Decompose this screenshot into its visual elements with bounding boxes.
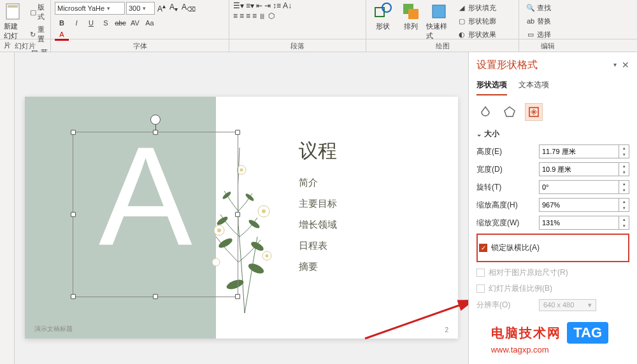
height-input[interactable] xyxy=(539,144,619,158)
lock-ratio-row[interactable]: ✓ 锁定纵横比(A) xyxy=(479,242,627,253)
spacing-button[interactable]: AV xyxy=(128,17,142,29)
clear-format-button[interactable]: A⌫ xyxy=(180,1,197,14)
spinner[interactable]: ▴▾ xyxy=(619,162,629,176)
resize-handle[interactable] xyxy=(71,212,76,217)
watermark: 电脑技术网 TAG www.tagxp.com xyxy=(491,322,608,354)
resize-handle[interactable] xyxy=(235,130,240,135)
bullets-button[interactable]: ☰▾ xyxy=(233,1,244,10)
panel-options-button[interactable]: ▾ xyxy=(613,61,617,68)
font-name-combo[interactable]: Microsoft YaHe▾ xyxy=(55,2,125,15)
size-tab-icon[interactable] xyxy=(525,103,543,121)
align-center-button[interactable]: ≡ xyxy=(240,11,244,20)
relative-pic-checkbox xyxy=(476,269,485,277)
svg-point-8 xyxy=(250,240,265,253)
rotation-label: 旋转(T) xyxy=(476,182,534,193)
arrange-icon xyxy=(401,1,421,22)
shadow-button[interactable]: S xyxy=(99,17,113,29)
decrease-indent-button[interactable]: ⇤ xyxy=(256,1,262,10)
increase-indent-button[interactable]: ⇥ xyxy=(264,1,271,10)
replace-icon: ab xyxy=(526,16,536,26)
resize-handle[interactable] xyxy=(235,294,240,299)
svg-point-16 xyxy=(262,209,266,213)
shape-fill-button[interactable]: ◢形状填充 xyxy=(454,1,499,14)
svg-point-12 xyxy=(245,193,255,202)
thumbnail-pane[interactable] xyxy=(0,52,15,364)
rotate-handle[interactable] xyxy=(150,115,161,125)
spinner[interactable]: ▴▾ xyxy=(619,180,629,194)
tab-text-options[interactable]: 文本选项 xyxy=(519,80,549,95)
slide-number: 2 xyxy=(445,326,448,333)
arrange-button[interactable]: 排列 xyxy=(398,1,424,31)
shape-effect-button[interactable]: ◐形状效果 xyxy=(454,28,499,41)
layout-icon: ▢ xyxy=(29,7,36,17)
spinner[interactable]: ▴▾ xyxy=(619,216,629,230)
text-direction-button[interactable]: A↓ xyxy=(283,1,292,10)
width-input[interactable] xyxy=(539,162,619,176)
resize-handle[interactable] xyxy=(71,130,76,135)
shape-outline-button[interactable]: ▢形状轮廓 xyxy=(454,15,499,27)
resolution-row: 分辨率(O) 640 x 480▾ xyxy=(476,299,629,311)
find-icon: 🔍 xyxy=(526,3,536,13)
outline-icon: ▢ xyxy=(457,16,467,26)
section-label-paragraph: 段落 xyxy=(229,39,366,52)
fill-tab-icon[interactable] xyxy=(476,103,494,121)
agenda-item: 主要目标 xyxy=(299,198,337,210)
layout-button[interactable]: ▢版式 xyxy=(27,1,50,23)
case-button[interactable]: Aa xyxy=(143,17,157,29)
font-size-combo[interactable]: 300▾ xyxy=(126,2,155,15)
resize-handle[interactable] xyxy=(153,294,158,299)
align-left-button[interactable]: ≡ xyxy=(233,11,238,20)
section-label-slides: 幻灯片 xyxy=(0,39,51,52)
panel-close-button[interactable]: ✕ xyxy=(622,60,629,70)
line-spacing-button[interactable]: ↕≡ xyxy=(273,1,281,10)
rotation-input[interactable] xyxy=(539,180,619,194)
letter-a: A xyxy=(99,126,192,266)
svg-rect-1 xyxy=(8,5,18,8)
ribbon-section-labels: 幻灯片 字体 段落 绘图 编辑 xyxy=(0,39,637,52)
agenda-item: 增长领域 xyxy=(299,219,337,231)
scale-w-input[interactable] xyxy=(539,216,619,230)
slide: A 议程 简介 主要目标 增长领域 日程表 摘要 演示文稿标题 2 xyxy=(25,97,458,339)
columns-button[interactable]: ⫼ xyxy=(259,11,266,20)
scale-height-row: 缩放高度(H) ▴▾ xyxy=(476,198,629,212)
select-button[interactable]: ▭选择 xyxy=(523,28,554,41)
resize-handle[interactable] xyxy=(153,130,158,135)
find-button[interactable]: 🔍查找 xyxy=(523,1,554,14)
resize-handle[interactable] xyxy=(235,212,240,217)
spinner[interactable]: ▴▾ xyxy=(619,144,629,158)
section-label-drawing: 绘图 xyxy=(366,39,519,52)
justify-button[interactable]: ≡ xyxy=(252,11,257,20)
lock-ratio-checkbox[interactable]: ✓ xyxy=(479,244,487,252)
quick-style-button[interactable]: 快速样式 xyxy=(426,1,452,41)
decrease-font-button[interactable]: A▾ xyxy=(168,1,179,14)
agenda-item: 简介 xyxy=(299,177,337,189)
spinner[interactable]: ▴▾ xyxy=(619,198,629,212)
tab-shape-options[interactable]: 形状选项 xyxy=(476,80,507,95)
numbering-button[interactable]: ≡▾ xyxy=(246,1,254,10)
italic-button[interactable]: I xyxy=(69,17,83,29)
selected-textbox[interactable]: A xyxy=(73,132,238,297)
shapes-button[interactable]: 形状 xyxy=(370,1,396,31)
svg-point-20 xyxy=(266,255,269,258)
align-right-button[interactable]: ≡ xyxy=(246,11,250,20)
slide-canvas[interactable]: A 议程 简介 主要目标 增长领域 日程表 摘要 演示文稿标题 2 xyxy=(15,52,468,364)
svg-point-14 xyxy=(247,262,266,276)
chevron-down-icon: ▾ xyxy=(143,5,146,11)
best-scale-row: 幻灯片最佳比例(B) xyxy=(476,283,629,294)
width-label: 宽度(D) xyxy=(476,164,534,175)
scale-h-input[interactable] xyxy=(539,198,619,212)
panel-title: 设置形状格式 xyxy=(476,59,629,72)
ribbon-toolbar: 新建 幻灯片 ▢版式 ↻重置 ▤节 Microsoft YaHe▾ 300▾ A… xyxy=(0,0,637,39)
strike-button[interactable]: abc xyxy=(113,17,127,29)
width-row: 宽度(D) ▴▾ xyxy=(476,162,629,176)
relative-pic-row: 相对于图片原始尺寸(R) xyxy=(476,267,629,278)
effects-tab-icon[interactable] xyxy=(501,103,519,121)
resize-handle[interactable] xyxy=(71,294,76,299)
bold-button[interactable]: B xyxy=(55,17,69,29)
replace-button[interactable]: ab替换 xyxy=(523,15,554,27)
smartart-button[interactable]: ⬡ xyxy=(268,11,275,20)
rotation-row: 旋转(T) ▴▾ xyxy=(476,180,629,194)
underline-button[interactable]: U xyxy=(84,17,98,29)
increase-font-button[interactable]: A▴ xyxy=(156,1,167,15)
size-section-header[interactable]: ⌄ 大小 xyxy=(476,129,629,139)
